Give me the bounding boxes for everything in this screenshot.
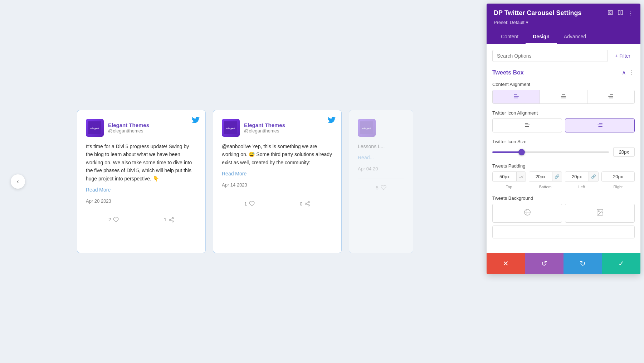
slider-thumb[interactable]	[518, 149, 525, 155]
content-alignment-buttons	[492, 90, 635, 104]
panel-title-row: DP Twitter Carousel Settings ⋮	[494, 9, 633, 17]
padding-bottom-input[interactable]	[529, 172, 552, 182]
bg-color-btn[interactable]	[492, 204, 562, 223]
read-more-link[interactable]: Read More	[86, 187, 197, 193]
slider-value[interactable]: 20px	[613, 147, 635, 157]
padding-left-label: Left	[565, 185, 599, 189]
columns-icon[interactable]	[618, 10, 623, 17]
shares-action[interactable]: 1	[164, 217, 174, 223]
icon-align-right-btn[interactable]	[565, 118, 635, 132]
content-alignment-field: Content Alignment	[492, 82, 635, 104]
icon-align-left-icon	[524, 122, 531, 129]
save-icon: ✓	[618, 259, 624, 268]
tab-design[interactable]: Design	[526, 30, 557, 44]
author-avatar: elegant	[222, 119, 240, 137]
twitter-icon	[328, 116, 336, 126]
panel-tabs: Content Design Advanced	[494, 30, 633, 44]
svg-rect-17	[618, 10, 620, 15]
bg-image-btn[interactable]	[565, 204, 635, 223]
align-center-icon	[560, 93, 567, 101]
slider-fill	[492, 151, 522, 153]
tweet-card: elegant Elegant Themes @elegantthemes @s…	[213, 110, 342, 253]
content-alignment-label: Content Alignment	[492, 82, 635, 87]
tweet-date: Apr 20 2023	[86, 198, 197, 204]
tweet-author: elegant Elegant Themes @elegantthemes	[86, 119, 197, 137]
tweets-background-field: Tweets Background	[492, 195, 635, 238]
svg-point-9	[308, 202, 309, 203]
svg-point-4	[172, 221, 174, 222]
padding-link-icon-2[interactable]: 🔗	[552, 172, 562, 181]
padding-left-input[interactable]	[565, 172, 589, 182]
padding-top-input[interactable]	[493, 172, 516, 182]
slider-track[interactable]	[492, 151, 609, 153]
author-avatar: elegant	[86, 119, 104, 137]
align-center-btn[interactable]	[540, 90, 587, 103]
avatar-image: elegant	[86, 119, 104, 137]
bg-color-icon	[523, 208, 531, 218]
panel-title-icons: ⋮	[608, 10, 633, 17]
panel-preset[interactable]: Preset: Default ▾	[494, 20, 633, 25]
more-icon[interactable]: ⋮	[628, 10, 633, 16]
read-more-link[interactable]: Read More	[222, 171, 333, 176]
read-more-link[interactable]: Read...	[358, 155, 404, 160]
save-button[interactable]: ✓	[602, 253, 641, 274]
padding-link-icon[interactable]: ⊃/	[516, 172, 525, 181]
shares-count: 0	[300, 201, 302, 207]
cancel-button[interactable]: ✕	[487, 253, 525, 274]
tab-content[interactable]: Content	[494, 30, 526, 44]
panel-title: DP Twitter Carousel Settings	[494, 9, 581, 17]
icon-align-left-btn[interactable]	[492, 118, 562, 132]
section-header: Tweets Box ∧ ⋮	[492, 69, 635, 76]
align-left-icon	[513, 93, 519, 101]
svg-point-36	[598, 210, 599, 212]
author-handle: @elegantthemes	[108, 128, 149, 134]
shares-action[interactable]: 0	[300, 201, 310, 207]
padding-bottom-group: 🔗	[529, 171, 562, 182]
svg-line-5	[171, 220, 172, 221]
section-more-icon[interactable]: ⋮	[629, 69, 635, 76]
align-right-btn[interactable]	[587, 90, 634, 103]
collapse-icon[interactable]: ∧	[622, 69, 626, 76]
svg-rect-18	[621, 10, 623, 15]
padding-right-input[interactable]	[602, 172, 635, 182]
expand-icon[interactable]	[608, 10, 613, 17]
padding-bottom-label: Bottom	[529, 185, 562, 189]
redo-button[interactable]: ↻	[564, 253, 602, 274]
padding-link-icon-3[interactable]: 🔗	[589, 172, 598, 181]
svg-line-13	[307, 203, 308, 204]
redo-icon: ↻	[580, 259, 586, 268]
tweet-author: elegant Elegant Themes @elegantthemes	[222, 119, 333, 137]
padding-right-label: Right	[601, 185, 635, 189]
author-handle: @elegantthemes	[244, 128, 285, 134]
padding-top-label: Top	[492, 185, 526, 189]
likes-action[interactable]: 1	[244, 201, 255, 207]
likes-action[interactable]: 2	[108, 217, 119, 223]
prev-arrow[interactable]: ‹	[11, 174, 25, 189]
likes-count: 2	[108, 217, 111, 222]
tweet-author: elegant	[358, 119, 404, 137]
tweet-card: elegant Elegant Themes @elegantthemes It…	[77, 110, 206, 253]
twitter-icon-alignment-label: Twitter Icon Alignment	[492, 110, 635, 116]
svg-line-6	[171, 218, 172, 219]
svg-text:elegant: elegant	[362, 127, 371, 130]
twitter-icon	[192, 116, 200, 126]
filter-button[interactable]: + Filter	[611, 50, 635, 62]
likes-action[interactable]: 5	[376, 185, 386, 190]
padding-left-group: 🔗	[565, 171, 599, 182]
align-left-btn[interactable]	[493, 90, 540, 103]
settings-panel: DP Twitter Carousel Settings ⋮ Preset: D…	[487, 4, 640, 274]
tab-advanced[interactable]: Advanced	[557, 30, 593, 44]
search-input[interactable]	[492, 50, 608, 62]
avatar-image: elegant	[358, 119, 376, 137]
svg-line-12	[307, 204, 308, 205]
tweet-actions: 2 1	[86, 211, 197, 223]
reset-button[interactable]: ↺	[525, 253, 564, 274]
padding-grid: ⊃/ 🔗 🔗	[492, 171, 635, 182]
panel-header: DP Twitter Carousel Settings ⋮ Preset: D…	[487, 4, 640, 44]
tweets-container: elegant Elegant Themes @elegantthemes It…	[63, 96, 428, 267]
panel-body: + Filter Tweets Box ∧ ⋮ Content Alignmen…	[487, 44, 640, 253]
svg-point-11	[308, 205, 309, 206]
tweets-box-section: Tweets Box ∧ ⋮ Content Alignment	[492, 69, 635, 238]
tweets-padding-label: Tweets Padding	[492, 163, 635, 169]
padding-top-group: ⊃/	[492, 171, 526, 182]
